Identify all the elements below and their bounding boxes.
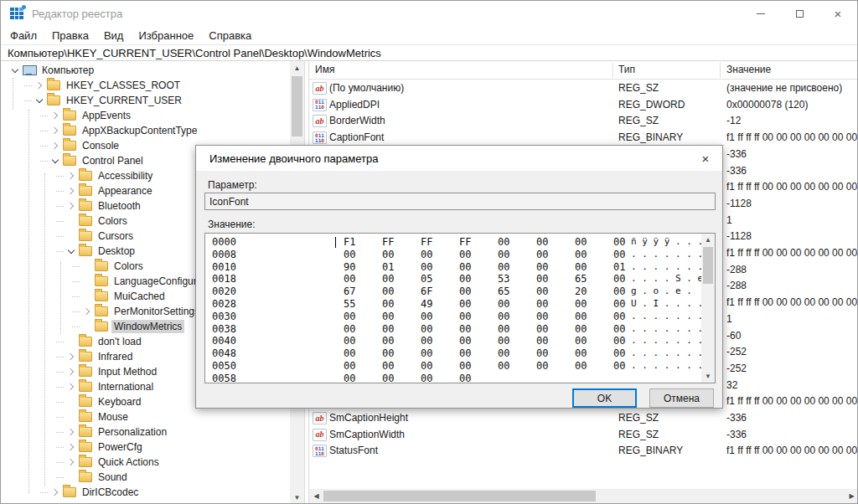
tree-item-label[interactable]: Quick Actions	[96, 455, 162, 469]
tree-item[interactable]: Bluetooth	[56, 198, 143, 213]
tree-item[interactable]: WindowMetrics	[72, 319, 184, 334]
tree-item[interactable]: HKEY_CLASSES_ROOT	[24, 78, 183, 93]
tree-item[interactable]: Sound	[56, 470, 130, 485]
scroll-down-icon[interactable]: ▼	[701, 370, 715, 383]
tree-item[interactable]: Keyboard	[56, 394, 143, 409]
chevron-right-icon[interactable]	[49, 138, 61, 153]
tree-item-label[interactable]: MuiCached	[111, 290, 168, 303]
tree-item-label[interactable]: Компьютер	[39, 64, 96, 77]
tree-item-label[interactable]: Control Panel	[80, 154, 146, 167]
tree-item[interactable]: Input Method	[56, 364, 159, 379]
tree-item-label[interactable]: International	[96, 380, 156, 393]
tree-item[interactable]: Quick Actions	[56, 455, 162, 470]
table-row[interactable]: abSmCaptionWidthREG_SZ-336	[309, 427, 858, 444]
tree-item[interactable]: Desktop	[56, 244, 137, 259]
column-header-name[interactable]: Имя	[315, 64, 334, 75]
hex-row[interactable]: 00109001000000000001. . . . . . . .	[205, 261, 715, 274]
chevron-right-icon[interactable]	[80, 304, 93, 319]
chevron-right-icon[interactable]	[65, 198, 77, 213]
hex-row[interactable]: 005800000000	[205, 373, 715, 383]
chevron-right-icon[interactable]	[49, 123, 61, 138]
tree-item-label[interactable]: Keyboard	[96, 395, 143, 409]
tree-item[interactable]: PowerCfg	[56, 440, 145, 455]
tree-item-label[interactable]: Mouse	[96, 410, 131, 424]
column-header-type[interactable]: Тип	[618, 64, 635, 75]
table-row[interactable]: 011110CaptionFontREG_BINARYf1 ff ff ff 0…	[309, 130, 858, 147]
chevron-right-icon[interactable]	[49, 108, 61, 123]
tree-item-label[interactable]: Accessibility	[96, 169, 155, 183]
scroll-down-icon[interactable]: ▼	[290, 491, 304, 504]
tree-item[interactable]: AppEvents	[40, 108, 133, 123]
tree-item-label[interactable]: Colors	[96, 214, 130, 228]
chevron-down-icon[interactable]	[8, 63, 21, 78]
column-separator[interactable]	[612, 63, 613, 78]
chevron-right-icon[interactable]	[65, 440, 77, 455]
table-row[interactable]: 011110AppliedDPIREG_DWORD0x00000078 (120…	[309, 97, 858, 114]
list-horizontal-scrollbar[interactable]: ◀ ▶	[309, 489, 858, 503]
cancel-button[interactable]: Отмена	[649, 388, 714, 408]
tree-item-label[interactable]: Appearance	[96, 184, 155, 198]
tree-item-label[interactable]: Input Method	[96, 365, 159, 378]
chevron-right-icon[interactable]	[33, 78, 45, 93]
chevron-right-icon[interactable]	[65, 349, 77, 364]
tree-item-label[interactable]: DirICBcodec	[80, 486, 141, 499]
chevron-right-icon[interactable]	[65, 424, 77, 440]
tree-item-label[interactable]: AppEvents	[80, 109, 133, 122]
scroll-left-icon[interactable]: ◀	[309, 489, 323, 503]
tree-item[interactable]: Infrared	[56, 349, 135, 364]
tree-item[interactable]: International	[56, 379, 156, 394]
hex-row[interactable]: 00285500490000000000U . I . . . . .	[205, 298, 715, 311]
tree-item-label[interactable]: PerMonitorSettings	[111, 305, 202, 318]
tree-item-label[interactable]: Sound	[96, 471, 130, 484]
menu-item-2[interactable]: Вид	[96, 27, 132, 44]
address-bar[interactable]: Компьютер\HKEY_CURRENT_USER\Control Pane…	[1, 44, 857, 61]
chevron-right-icon[interactable]	[65, 183, 77, 198]
table-row[interactable]: 011110StatusFontREG_BINARYf1 ff ff ff 00…	[309, 443, 858, 460]
tree-item-label[interactable]: Colors	[111, 260, 146, 273]
hex-row[interactable]: 00380000000000000000. . . . . . . .	[205, 323, 715, 336]
hex-row[interactable]: 00300000000000000000. . . . . . . .	[205, 311, 715, 323]
chevron-right-icon[interactable]	[49, 485, 61, 500]
tree-item-label[interactable]: Infrared	[96, 350, 135, 363]
tree-item-label[interactable]: Console	[80, 139, 121, 152]
hex-vertical-scrollbar[interactable]: ▲ ▼	[701, 234, 715, 383]
tree-item[interactable]: HKEY_CURRENT_USER	[24, 93, 184, 108]
tree-item[interactable]: Personalization	[56, 424, 169, 440]
hex-row[interactable]: 0000F1FFFFFF00000000ñ ÿ ÿ ÿ . . . .	[205, 236, 715, 249]
tree-item[interactable]: Appearance	[56, 183, 155, 198]
menu-item-0[interactable]: Файл	[3, 27, 44, 44]
tree-item-label[interactable]: WindowMetrics	[111, 320, 184, 333]
tree-item[interactable]: Colors	[56, 213, 130, 229]
tree-item[interactable]: PerMonitorSettings	[72, 304, 202, 319]
tree-scrollbar-thumb[interactable]	[292, 76, 302, 136]
chevron-down-icon[interactable]	[33, 93, 45, 108]
hex-row[interactable]: 002067006F0065002000g . o . e . .	[205, 285, 715, 298]
dialog-close-icon[interactable]: ×	[697, 150, 714, 167]
tree-item[interactable]: AppXBackupContentType	[40, 123, 199, 138]
scroll-right-icon[interactable]: ▶	[845, 489, 858, 503]
chevron-right-icon[interactable]	[65, 379, 77, 394]
hex-row[interactable]: 00500000000000000000. . . . . . . .	[205, 360, 715, 373]
hex-row[interactable]: 00080000000000000000. . . . . . . .	[205, 249, 715, 261]
param-name-field[interactable]: IconFont	[204, 193, 716, 210]
tree-item[interactable]: MuiCached	[72, 289, 168, 304]
table-row[interactable]: abBorderWidthREG_SZ-12	[309, 113, 858, 130]
minimize-button[interactable]	[742, 1, 780, 26]
column-header-value[interactable]: Значение	[726, 64, 771, 75]
tree-item-label[interactable]: HKEY_CURRENT_USER	[64, 94, 184, 107]
chevron-right-icon[interactable]	[65, 168, 77, 183]
hex-scrollbar-thumb[interactable]	[703, 247, 713, 284]
tree-item[interactable]: DirICBcodec	[40, 485, 141, 500]
chevron-right-icon[interactable]	[65, 455, 77, 470]
hex-row[interactable]: 00180000050053006500. . . . S . e .	[205, 273, 715, 285]
table-row[interactable]: ab(По умолчанию)REG_SZ(значение не присв…	[309, 80, 858, 97]
tree-item[interactable]: Компьютер	[8, 63, 96, 78]
tree-item-label[interactable]: AppXBackupContentType	[80, 124, 199, 137]
menu-item-1[interactable]: Правка	[44, 27, 96, 44]
column-separator[interactable]	[720, 63, 721, 78]
scroll-up-icon[interactable]: ▲	[290, 61, 304, 75]
ok-button[interactable]: OK	[572, 388, 637, 408]
tree-item-label[interactable]: PowerCfg	[96, 440, 145, 454]
tree-item[interactable]: Control Panel	[40, 153, 146, 168]
tree-item[interactable]: don't load	[56, 334, 144, 349]
